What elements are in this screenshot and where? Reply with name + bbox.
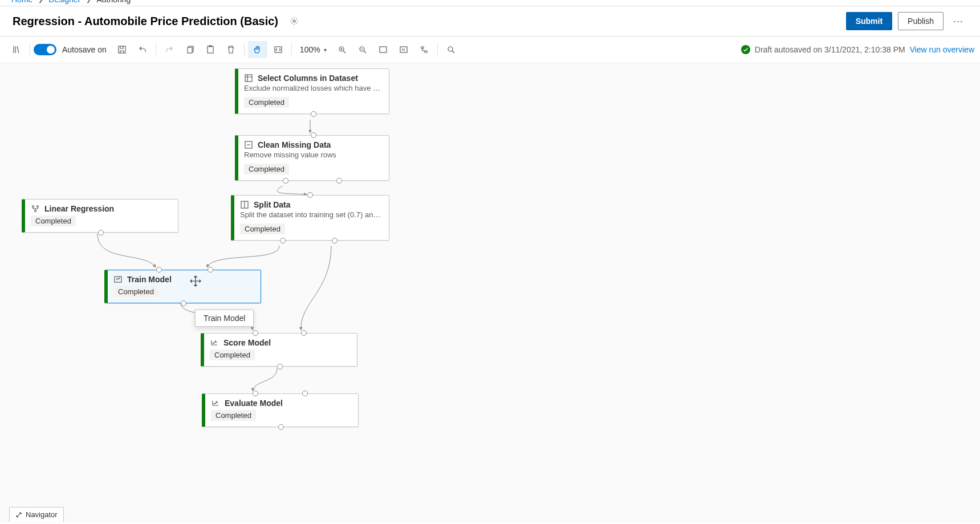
zoom-level-dropdown[interactable]: 100%▾ xyxy=(295,45,331,54)
asset-library-icon[interactable] xyxy=(7,41,26,58)
status-badge: Completed xyxy=(244,97,289,108)
gear-icon[interactable] xyxy=(286,13,302,29)
input-port[interactable] xyxy=(311,132,316,138)
output-port[interactable] xyxy=(277,364,283,369)
actual-size-icon[interactable] xyxy=(394,41,413,58)
view-run-overview-link[interactable]: View run overview xyxy=(910,45,974,54)
output-port[interactable] xyxy=(98,230,104,235)
node-title: Train Model xyxy=(127,275,172,284)
svg-rect-9 xyxy=(400,47,407,52)
zoom-in-icon[interactable] xyxy=(332,41,352,58)
status-badge: Completed xyxy=(31,216,76,226)
output-port[interactable] xyxy=(336,178,342,184)
input-port[interactable] xyxy=(253,391,258,396)
output-port[interactable] xyxy=(332,238,337,243)
auto-layout-icon[interactable] xyxy=(414,41,434,58)
svg-rect-3 xyxy=(208,46,213,53)
output-port[interactable] xyxy=(280,238,286,243)
autosave-status: Draft autosaved on 3/11/2021, 2:10:38 PM xyxy=(755,45,905,54)
search-icon[interactable] xyxy=(441,41,461,58)
breadcrumb-authoring: Authoring xyxy=(96,0,131,4)
status-badge: Completed xyxy=(211,410,256,421)
node-title: Split Data xyxy=(254,200,291,209)
autosave-toggle[interactable] xyxy=(34,44,56,55)
copy-icon[interactable] xyxy=(180,41,200,58)
status-badge: Completed xyxy=(210,350,255,360)
navigator-label: Navigator xyxy=(26,510,58,519)
output-port[interactable] xyxy=(283,178,288,184)
node-title: Clean Missing Data xyxy=(258,140,331,149)
submit-button[interactable]: Submit xyxy=(846,12,892,30)
page-title: Regression - Automobile Price Prediction… xyxy=(13,15,278,28)
input-port[interactable] xyxy=(302,391,308,396)
publish-button[interactable]: Publish xyxy=(898,12,944,30)
svg-point-0 xyxy=(293,20,295,22)
pan-hand-icon[interactable] xyxy=(248,41,267,58)
chevron-right-icon: ❯ xyxy=(38,0,43,3)
status-badge: Completed xyxy=(240,224,285,234)
svg-rect-12 xyxy=(245,75,252,82)
node-score-model[interactable]: Score Model Completed xyxy=(201,333,357,367)
node-title: Evaluate Model xyxy=(225,399,283,408)
more-icon[interactable]: ··· xyxy=(949,12,967,30)
breadcrumb: Home ❯ Designer ❯ Authoring xyxy=(0,0,980,6)
node-desc: Exclude normalized losses which have man… xyxy=(238,83,389,95)
output-port[interactable] xyxy=(181,300,186,306)
node-split-data[interactable]: Split Data Split the dataset into traini… xyxy=(231,195,389,241)
node-clean-missing[interactable]: Clean Missing Data Remove missing value … xyxy=(235,135,389,181)
navigator-toggle[interactable]: Navigator xyxy=(9,507,64,522)
node-select-columns[interactable]: Select Columns in Dataset Exclude normal… xyxy=(235,68,389,114)
breadcrumb-designer[interactable]: Designer xyxy=(48,0,80,4)
zoom-out-icon[interactable] xyxy=(353,41,372,58)
svg-rect-1 xyxy=(119,46,125,53)
checkmark-circle-icon xyxy=(741,45,750,54)
node-desc: Remove missing value rows xyxy=(238,149,389,161)
svg-rect-8 xyxy=(380,47,387,52)
toolbar: Autosave on 100%▾ Draft autosaved on 3/1… xyxy=(0,36,980,63)
status-badge: Completed xyxy=(113,286,158,297)
zoom-value: 100% xyxy=(300,45,320,54)
node-title: Score Model xyxy=(223,338,271,347)
title-bar: Regression - Automobile Price Prediction… xyxy=(0,6,980,36)
svg-point-10 xyxy=(448,47,453,51)
input-port[interactable] xyxy=(208,267,213,273)
breadcrumb-home[interactable]: Home xyxy=(11,0,32,4)
autosave-label: Autosave on xyxy=(62,45,107,54)
delete-icon[interactable] xyxy=(221,41,241,58)
undo-icon[interactable] xyxy=(133,41,152,58)
input-port[interactable] xyxy=(156,267,162,273)
node-title: Linear Regression xyxy=(44,204,114,213)
redo-icon xyxy=(160,41,179,58)
save-icon[interactable] xyxy=(112,41,132,58)
node-desc: Split the dataset into training set (0.7… xyxy=(234,209,389,221)
input-port[interactable] xyxy=(307,192,313,198)
input-port[interactable] xyxy=(301,330,307,336)
svg-rect-2 xyxy=(188,47,192,53)
status-badge: Completed xyxy=(244,164,289,174)
node-evaluate-model[interactable]: Evaluate Model Completed xyxy=(202,393,359,427)
output-port[interactable] xyxy=(278,424,284,430)
node-train-model[interactable]: Train Model Completed xyxy=(104,270,261,303)
fullscreen-icon[interactable] xyxy=(269,41,288,58)
node-linear-regression[interactable]: Linear Regression Completed xyxy=(22,199,178,233)
chevron-right-icon: ❯ xyxy=(86,0,91,3)
expand-icon xyxy=(15,511,22,518)
pipeline-canvas[interactable]: Select Columns in Dataset Exclude normal… xyxy=(0,63,980,523)
node-tooltip: Train Model xyxy=(195,310,254,327)
paste-icon[interactable] xyxy=(201,41,220,58)
node-title: Select Columns in Dataset xyxy=(258,74,358,83)
svg-rect-18 xyxy=(115,277,121,282)
fit-to-screen-icon[interactable] xyxy=(373,41,393,58)
output-port[interactable] xyxy=(311,111,316,117)
input-port[interactable] xyxy=(253,330,258,336)
chevron-down-icon: ▾ xyxy=(324,47,327,53)
